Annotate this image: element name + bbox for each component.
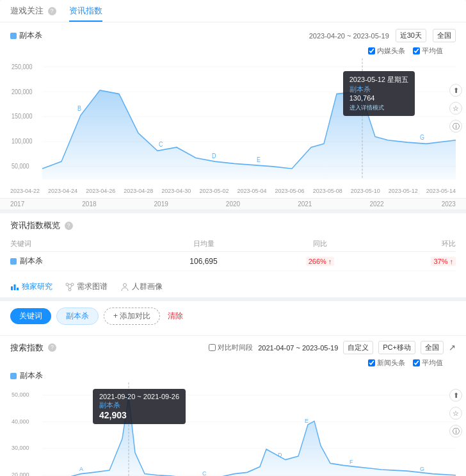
col-yoy: 同比 [282, 239, 358, 249]
svg-rect-19 [17, 288, 19, 290]
svg-text:C: C [202, 469, 207, 476]
svg-text:50,000: 50,000 [12, 391, 29, 398]
svg-text:20,000: 20,000 [12, 471, 29, 476]
chart2-legend-dot [10, 373, 17, 379]
metric-label-col: 副本杀 [10, 256, 125, 267]
btn-platform[interactable]: PC+移动 [378, 341, 415, 354]
svg-text:E: E [305, 416, 309, 423]
svg-text:F: F [349, 458, 353, 465]
info-icon[interactable]: ⓘ [449, 120, 462, 133]
chart1-area: 250,000 200,000 150,000 100,000 50,000 [0, 58, 466, 186]
svg-text:250,000: 250,000 [12, 63, 32, 70]
svg-line-24 [68, 286, 69, 288]
tab-zixun-zhishu[interactable]: 资讯指数 [69, 5, 102, 22]
svg-text:G: G [420, 133, 424, 141]
btn-region[interactable]: 全国 [421, 341, 444, 354]
metric-yoy: 266% ↑ [282, 257, 358, 266]
sub-tab-research[interactable]: 独家研究 [10, 281, 52, 292]
svg-text:C: C [159, 140, 163, 148]
chart1-legend-dot [10, 33, 17, 39]
share-icon-2[interactable]: ⬆ [449, 389, 462, 402]
chart1-region-btn[interactable]: 全国 [433, 29, 456, 42]
chart2-legend: 副本杀 [0, 370, 466, 382]
keywords-row: 关键词 副本杀 + 添加对比 清除 [10, 308, 456, 325]
chart2-checkboxes: 新闻头条 平均值 [0, 357, 466, 370]
chart2-side-icons: ⬆ ☆ ⓘ [449, 389, 462, 438]
metric-mom: 37% ↑ [392, 257, 456, 266]
metrics-section: 资讯指数概览 ? 关键词 日均量 同比 环比 副本杀 106,695 266% … [0, 209, 466, 276]
svg-point-21 [71, 283, 74, 286]
svg-text:200,000: 200,000 [12, 88, 32, 95]
share-icon[interactable]: ⬆ [449, 84, 462, 97]
checkbox-compare[interactable]: 对比时间段 [209, 343, 253, 352]
sub-tab-portrait[interactable]: 人群画像 [120, 281, 163, 292]
sub-tab-demand[interactable]: 需求图谱 [65, 281, 108, 292]
btn-keyword[interactable]: 关键词 [10, 308, 51, 324]
checkbox-avg[interactable]: 平均值 [413, 46, 443, 56]
chart2-wrapper: 50,000 40,000 30,000 20,000 [0, 382, 466, 476]
checkbox-news-media[interactable]: 新闻头条 [368, 358, 405, 368]
chart1-period-btn[interactable]: 近30天 [396, 29, 426, 42]
col-keyword: 关键词 [10, 239, 125, 249]
star-icon-2[interactable]: ☆ [449, 407, 462, 420]
chart1-date-range: 2023-04-20 ~ 2023-05-19 [309, 32, 389, 40]
chart1-wrapper: 250,000 200,000 150,000 100,000 50,000 [0, 58, 466, 209]
svg-text:150,000: 150,000 [12, 113, 32, 120]
svg-point-16 [360, 95, 365, 101]
chart1-legend: 副本杀 [10, 30, 42, 41]
btn-custom[interactable]: 自定义 [343, 341, 373, 354]
search-title-area: 搜索指数 ? [10, 342, 56, 354]
metric-dot [10, 258, 17, 265]
btn-remove[interactable]: 清除 [168, 311, 183, 322]
chart1-svg: 250,000 200,000 150,000 100,000 50,000 [10, 58, 456, 186]
svg-point-26 [124, 283, 127, 286]
search-title: 搜索指数 [10, 342, 44, 354]
col-mom: 环比 [392, 239, 456, 249]
svg-text:100,000: 100,000 [12, 138, 32, 145]
svg-text:G: G [420, 465, 424, 472]
tab-youxi-guanzhu[interactable]: 遊戏关注 ? [10, 5, 56, 22]
search-section: 搜索指数 ? 对比时间段 2021-04-07 ~ 2023-05-19 自定义… [0, 335, 466, 476]
graph-icon [65, 283, 74, 291]
keywords-section: 关键词 副本杀 + 添加对比 清除 [0, 297, 466, 335]
info-icon-2[interactable]: ⓘ [449, 425, 462, 438]
metric-daily: 106,695 [159, 257, 248, 266]
svg-text:50,000: 50,000 [12, 163, 29, 170]
col-daily: 日均量 [159, 239, 248, 249]
search-controls: 对比时间段 2021-04-07 ~ 2023-05-19 自定义 PC+移动 … [209, 341, 456, 354]
chart2-svg: 50,000 40,000 30,000 20,000 [10, 382, 456, 476]
star-icon[interactable]: ☆ [449, 102, 462, 115]
sub-tabs: 独家研究 需求图谱 人群画像 [0, 276, 466, 297]
people-icon [120, 283, 129, 291]
chart1-side-icons: ⬆ ☆ ⓘ [449, 84, 462, 133]
svg-text:D: D [212, 152, 216, 160]
svg-text:D: D [278, 451, 282, 458]
btn-copy[interactable]: 副本杀 [56, 308, 99, 325]
chart1-checkboxes: 内媒头条 平均值 [0, 46, 466, 58]
svg-point-42 [126, 394, 131, 400]
search-header: 搜索指数 ? 对比时间段 2021-04-07 ~ 2023-05-19 自定义… [0, 335, 466, 357]
svg-line-25 [70, 286, 72, 288]
chart-icon [10, 283, 19, 291]
svg-rect-17 [11, 286, 13, 290]
chart1-header: 副本杀 2023-04-20 ~ 2023-05-19 近30天 全国 [0, 22, 466, 46]
svg-point-20 [66, 283, 68, 286]
tab-info-icon: ? [48, 7, 56, 15]
checkbox-avg2[interactable]: 平均值 [413, 358, 443, 368]
svg-text:E: E [257, 156, 261, 164]
svg-rect-18 [14, 284, 16, 290]
btn-add-compare[interactable]: + 添加对比 [104, 308, 160, 325]
metrics-info-icon: ? [65, 222, 73, 230]
chart1-xaxis: 2023-04-22 2023-04-24 2023-04-26 2023-04… [0, 186, 466, 198]
mom-badge: 37% ↑ [431, 257, 456, 266]
svg-text:40,000: 40,000 [12, 417, 29, 424]
expand-icon[interactable]: ↗ [449, 343, 456, 352]
metrics-row: 副本杀 106,695 266% ↑ 37% ↑ [10, 252, 456, 271]
metrics-title: 资讯指数概览 ? [10, 220, 456, 231]
yoy-badge: 266% ↑ [306, 257, 335, 266]
svg-text:A: A [79, 465, 84, 472]
search-info-icon: ? [48, 343, 56, 352]
checkbox-media[interactable]: 内媒头条 [368, 46, 405, 56]
chart2-area: 50,000 40,000 30,000 20,000 [0, 382, 466, 476]
metric-label: 副本杀 [10, 256, 125, 267]
